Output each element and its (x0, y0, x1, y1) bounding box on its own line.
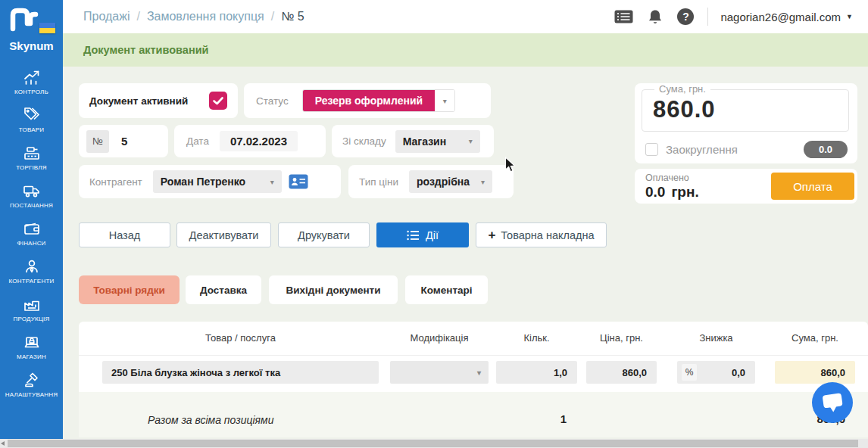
goods-invoice-button[interactable]: + Товарна накладна (476, 222, 607, 247)
sidebar-item-control[interactable]: КОНТРОЛЬ (0, 68, 63, 106)
date-field[interactable]: 07.02.2023 (220, 131, 298, 151)
quantity-field[interactable]: 1,0 (496, 361, 577, 384)
warehouse-select[interactable]: Магазин ▾ (395, 130, 480, 153)
discount-field[interactable]: % 0,0 (677, 361, 755, 384)
rounding-checkbox[interactable] (645, 143, 658, 156)
back-button[interactable]: Назад (79, 222, 170, 247)
sidebar-item-label: ФІНАНСИ (17, 240, 45, 247)
column-header-sum: Сума, грн. (775, 332, 855, 344)
sidebar-item-shop[interactable]: МАГАЗИН (0, 333, 63, 371)
totals-label: Разом за всіма позиціями (148, 414, 273, 426)
sidebar-item-settings[interactable]: НАЛАШТУВАННЯ (0, 371, 63, 409)
chevron-down-icon: ▼ (846, 13, 853, 20)
paid-currency: грн. (671, 184, 698, 200)
sidebar-item-trade[interactable]: ТОРГІВЛЯ (0, 144, 63, 182)
sidebar-item-label: ПОСТАЧАННЯ (10, 202, 53, 209)
chart-growth-icon (23, 68, 41, 86)
counterparty-select[interactable]: Роман Петренко ▾ (153, 170, 282, 193)
number-sign-label: № (86, 130, 109, 153)
price-tags-icon (23, 106, 41, 124)
rounding-label: Заокруглення (666, 143, 738, 156)
account-menu[interactable]: nagorian26@gmail.com ▼ (720, 11, 853, 23)
price-type-card: Тип ціни роздрібна ▾ (348, 165, 514, 198)
table-header-divider (79, 355, 868, 356)
app-window: Skynum КОНТРОЛЬ ТОВАРИ (0, 0, 868, 448)
sidebar-item-supply[interactable]: ПОСТАЧАННЯ (0, 182, 63, 219)
sidebar-item-label: ТОВАРИ (19, 126, 44, 133)
cash-register-icon (23, 144, 41, 162)
status-banner-text: Документ активований (83, 44, 208, 56)
sidebar-item-label: КОНТРОЛЬ (14, 89, 48, 95)
counterparty-card: Контрагент Роман Петренко ▾ (79, 165, 341, 198)
horizontal-scrollbar[interactable] (0, 439, 868, 448)
breadcrumb-order-link[interactable]: Замовлення покупця (147, 10, 264, 23)
pay-button[interactable]: Оплата (771, 173, 854, 200)
scrollbar-thumb[interactable] (8, 440, 858, 447)
breadcrumb-separator: / (136, 10, 139, 23)
paid-label: Оплачено (645, 173, 689, 183)
counterparty-label: Контрагент (89, 176, 142, 188)
price-type-label: Тип ціни (359, 176, 398, 188)
status-label: Статус (256, 95, 289, 107)
main-content: Документ активний Статус Резерв оформлен… (63, 67, 868, 440)
ukraine-flag-icon (39, 23, 55, 33)
row-sum-cell: 860,0 (775, 361, 855, 384)
scroll-left-arrow[interactable] (1, 441, 5, 446)
print-button[interactable]: Друкувати (278, 222, 370, 247)
document-number-field[interactable]: 5 (121, 135, 127, 148)
tab-delivery[interactable]: Доставка (186, 275, 261, 304)
sum-label: Сума, грн. (654, 83, 710, 95)
modification-select[interactable]: ▾ (390, 361, 489, 384)
rounding-value-badge: 0.0 (804, 141, 848, 158)
column-header-quantity: Кільк. (496, 332, 577, 344)
sidebar-item-label: НАЛАШТУВАННЯ (5, 391, 58, 398)
notifications-bell-icon[interactable] (647, 8, 663, 25)
skynum-logo[interactable]: Skynum (0, 0, 63, 59)
person-icon (23, 257, 41, 275)
status-card: Статус Резерв оформлений ▾ (244, 83, 491, 118)
tab-outgoing-documents[interactable]: Вихідні документи (269, 275, 398, 304)
counterparty-value: Роман Петренко (161, 176, 245, 188)
settings-gavel-icon (23, 371, 41, 389)
date-card: Дата 07.02.2023 (174, 125, 326, 157)
delivery-truck-icon (23, 182, 41, 200)
warehouse-value: Магазин (403, 135, 446, 148)
sidebar-item-production[interactable]: ПРОДУКЦІЯ (0, 295, 63, 333)
warehouse-label: Зі складу (342, 135, 386, 147)
product-name-field[interactable]: 250 Біла блузка жіноча з легкої тка (102, 361, 379, 384)
contact-card-button[interactable] (289, 174, 308, 189)
document-number-card: № 5 (79, 125, 168, 157)
date-label: Дата (186, 135, 209, 147)
goods-invoice-label: Товарна накладна (501, 229, 594, 241)
deactivate-button[interactable]: Деактивувати (176, 222, 271, 247)
column-header-product: Товар / послуга (102, 332, 379, 344)
sidebar-item-label: ПРОДУКЦІЯ (14, 316, 50, 322)
sidebar-item-products[interactable]: ТОВАРИ (0, 106, 63, 144)
status-select[interactable]: Резерв оформлений ▾ (302, 89, 455, 112)
column-header-discount: Знижка (677, 332, 755, 344)
percent-unit-label: % (682, 364, 697, 381)
actions-menu-label: Дії (426, 229, 439, 241)
totals-strip: Разом за всіма позиціями 1 860,0 (79, 392, 868, 437)
document-active-checkbox[interactable] (209, 92, 227, 110)
sum-card: Сума, грн. 860.0 Заокруглення 0.0 (635, 83, 857, 163)
product-table: Товар / послуга Модифікація Кільк. Ціна,… (79, 322, 868, 437)
warehouse-card: Зі складу Магазин ▾ (332, 125, 494, 157)
help-icon[interactable]: ? (677, 8, 694, 25)
list-view-icon[interactable] (614, 10, 633, 23)
tab-comments[interactable]: Коментарі (405, 275, 488, 304)
sidebar-item-counterparties[interactable]: КОНТРАГЕНТИ (0, 257, 63, 295)
price-field[interactable]: 860,0 (586, 361, 657, 384)
sidebar-nav: КОНТРОЛЬ ТОВАРИ ТОРГІВЛЯ (0, 68, 63, 409)
rounding-row: Заокруглення 0.0 (645, 141, 848, 158)
price-type-select[interactable]: роздрібна ▾ (409, 170, 492, 193)
actions-menu-button[interactable]: Дії (376, 222, 469, 247)
tab-product-rows[interactable]: Товарні рядки (79, 275, 180, 304)
topbar: Продажі / Замовлення покупця / № 5 ? (63, 0, 868, 33)
online-shop-icon (23, 333, 41, 351)
list-icon (407, 230, 420, 241)
breadcrumb-sales-link[interactable]: Продажі (83, 10, 130, 23)
chat-widget-button[interactable] (812, 382, 853, 423)
sidebar-item-finance[interactable]: ФІНАНСИ (0, 219, 63, 257)
sidebar-item-label: МАГАЗИН (17, 353, 46, 360)
